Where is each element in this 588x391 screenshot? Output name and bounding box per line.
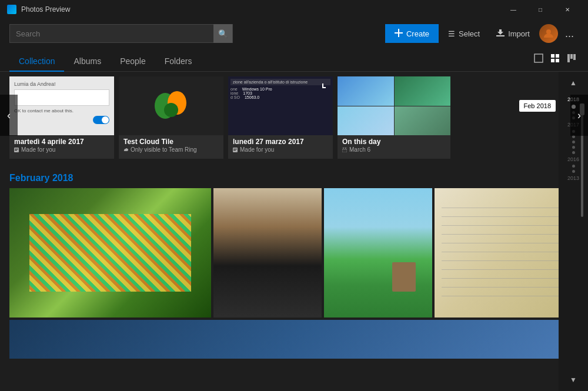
svg-rect-19 — [233, 149, 237, 149]
svg-rect-13 — [15, 149, 18, 149]
close-button[interactable]: ✕ — [554, 0, 581, 19]
svg-rect-5 — [551, 54, 554, 58]
timeline-year-2013: 2013 — [567, 175, 579, 181]
story-subtitle: March 6 — [342, 146, 446, 153]
svg-rect-23 — [345, 148, 346, 149]
svg-rect-9 — [567, 54, 570, 62]
story-card[interactable]: Test Cloud Tile Only visible to Team Rin… — [119, 76, 223, 159]
tabs-container: Collection Albums People Folders — [9, 52, 201, 71]
svg-point-17 — [164, 103, 178, 117]
photo-thumbnail-portrait — [9, 320, 579, 359]
select-label: Select — [459, 29, 480, 38]
select-icon: ☰ — [448, 29, 455, 38]
tab-collection[interactable]: Collection — [9, 52, 64, 72]
month-section: February 2018 — [0, 173, 588, 318]
app-icon — [7, 5, 16, 14]
create-label: Create — [406, 29, 429, 38]
view-masonry-button[interactable] — [564, 51, 579, 68]
svg-rect-22 — [343, 148, 344, 149]
story-subtitle: Made for you — [14, 146, 109, 153]
timeline-dot — [572, 141, 575, 143]
photo-cell[interactable] — [9, 320, 579, 359]
import-label: Import — [508, 29, 530, 38]
photo-thumbnail-notebook — [435, 188, 579, 318]
photo-cell[interactable] — [435, 188, 579, 318]
title-bar: Photos Preview — □ ✕ — [0, 0, 588, 19]
svg-rect-20 — [233, 150, 236, 151]
month-label: February 2018 — [9, 173, 579, 183]
story-title: martedì 4 aprile 2017 — [14, 138, 109, 146]
story-card[interactable]: zione all'azienda o all'istituto di istr… — [228, 76, 333, 159]
view-controls — [532, 51, 579, 71]
photo-thumbnail-interior — [213, 188, 322, 318]
stories-next-button[interactable]: › — [570, 95, 588, 136]
photo-thumbnail-seeds — [9, 188, 211, 318]
tab-people[interactable]: People — [111, 52, 155, 72]
svg-rect-21 — [342, 148, 347, 152]
search-box: 🔍 — [9, 24, 233, 43]
search-input[interactable] — [16, 29, 213, 38]
timeline-year-2016: 2016 — [567, 156, 579, 162]
story-title: Test Cloud Tile — [123, 138, 219, 146]
timeline-dot — [572, 170, 575, 173]
stories-row: Lumia da Andrea! OK to contact me about … — [9, 76, 579, 159]
bottom-photos-row — [0, 318, 588, 359]
hide-row: ↑ Hide — [0, 159, 588, 173]
import-icon — [496, 29, 505, 39]
story-thumbnail — [338, 76, 450, 135]
photo-thumbnail-meadow — [324, 188, 432, 318]
story-thumbnail — [119, 76, 223, 135]
title-bar-left: Photos Preview — [7, 5, 70, 14]
svg-rect-1 — [395, 32, 403, 34]
search-button[interactable]: 🔍 — [213, 24, 232, 43]
timeline-tooltip: Feb 2018 — [519, 100, 556, 112]
story-title: lunedì 27 marzo 2017 — [233, 138, 328, 146]
nav-tabs: Collection Albums People Folders — [0, 48, 588, 72]
timeline-dot — [572, 151, 575, 154]
stories-prev-button[interactable]: ‹ — [0, 95, 18, 136]
toolbar: 🔍 Create ☰ Select Import ... — [0, 19, 588, 48]
timeline-dot — [572, 146, 575, 149]
maximize-button[interactable]: □ — [527, 0, 554, 19]
toolbar-right: Create ☰ Select Import ... — [385, 24, 579, 43]
svg-rect-4 — [534, 54, 543, 62]
tab-folders[interactable]: Folders — [155, 52, 202, 72]
story-subtitle: Made for you — [233, 146, 328, 153]
timeline-up-button[interactable]: ▲ — [567, 76, 579, 89]
story-thumbnail: zione all'azienda o all'istituto di istr… — [228, 76, 333, 135]
story-subtitle: Only visible to Team Ring — [123, 146, 219, 153]
photo-grid — [9, 188, 579, 318]
svg-rect-10 — [570, 54, 573, 59]
view-single-button[interactable] — [532, 51, 546, 68]
svg-rect-7 — [551, 59, 554, 62]
tab-albums[interactable]: Albums — [64, 52, 111, 72]
search-icon: 🔍 — [218, 29, 228, 38]
window-controls: — □ ✕ — [500, 0, 581, 19]
svg-rect-2 — [496, 35, 505, 36]
svg-rect-24 — [342, 149, 347, 150]
create-icon — [395, 29, 403, 39]
more-button[interactable]: ... — [560, 25, 579, 42]
photo-cell[interactable] — [9, 188, 211, 318]
main-content: ‹ Lumia da Andrea! OK to contact me abou… — [0, 72, 588, 391]
timeline-dot — [572, 165, 575, 168]
svg-rect-8 — [556, 59, 559, 62]
import-button[interactable]: Import — [489, 24, 537, 43]
timeline-down-button[interactable]: ▼ — [567, 373, 579, 386]
create-button[interactable]: Create — [385, 24, 439, 43]
story-title: On this day — [342, 138, 446, 146]
stories-section: ‹ Lumia da Andrea! OK to contact me abou… — [0, 72, 588, 159]
svg-rect-11 — [573, 54, 576, 60]
story-card[interactable]: Lumia da Andrea! OK to contact me about … — [9, 76, 114, 159]
svg-rect-14 — [15, 150, 17, 151]
photo-cell[interactable] — [324, 188, 432, 318]
story-card-on-this-day[interactable]: On this day March 6 — [338, 76, 450, 159]
view-grid-button[interactable] — [548, 51, 562, 68]
minimize-button[interactable]: — — [500, 0, 527, 19]
photo-cell[interactable] — [213, 188, 322, 318]
select-button[interactable]: ☰ Select — [441, 24, 487, 43]
svg-rect-6 — [556, 54, 559, 58]
app-title: Photos Preview — [21, 5, 70, 14]
story-thumbnail: Lumia da Andrea! OK to contact me about … — [9, 76, 114, 135]
avatar — [539, 24, 558, 43]
